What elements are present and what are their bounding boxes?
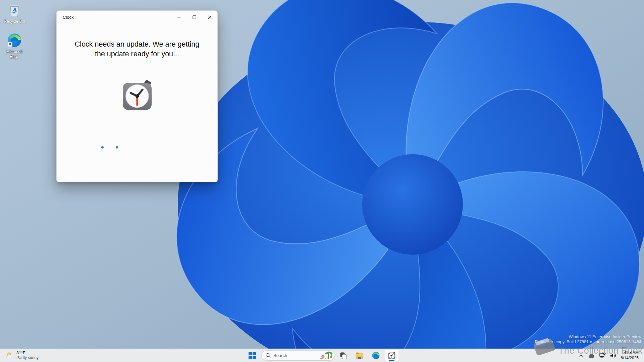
weather-partly-sunny-icon	[5, 351, 14, 360]
recycle-bin-icon	[7, 3, 22, 18]
taskbar-search-box[interactable]	[261, 350, 334, 361]
network-ethernet-icon	[599, 353, 606, 359]
desktop-icon-label: Microsoft Edge	[1, 49, 28, 59]
taskbar-app-task-view[interactable]	[336, 350, 351, 362]
tray-network-button[interactable]	[597, 350, 607, 362]
maximize-icon	[193, 15, 196, 19]
tray-date: 6/14/2025	[621, 356, 639, 361]
taskbar-left: 81°F Partly sunny	[0, 349, 43, 362]
window-title: Clock	[57, 15, 74, 20]
loading-dot	[116, 146, 118, 148]
loading-dot	[101, 146, 104, 148]
desktop-icon-microsoft-edge[interactable]: Microsoft Edge	[1, 32, 28, 59]
search-input[interactable]	[273, 353, 317, 358]
close-icon	[208, 15, 212, 19]
clock-app-window: Clock Clock needs an update. We are gett…	[56, 10, 218, 182]
taskbar-app-microsoft-edge[interactable]	[369, 350, 383, 362]
minimize-icon	[177, 15, 181, 19]
file-explorer-icon	[355, 352, 364, 360]
chevron-up-icon	[579, 354, 584, 358]
clock-app-icon	[119, 78, 155, 115]
weather-text: 81°F Partly sunny	[16, 351, 39, 360]
taskbar-app-file-explorer[interactable]	[353, 350, 367, 362]
edge-icon	[6, 32, 22, 48]
tray-onedrive-button[interactable]	[586, 350, 597, 362]
tray-clock-date[interactable]: 4:58 AM 6/14/2025	[619, 350, 641, 362]
window-titlebar[interactable]: Clock	[57, 11, 217, 23]
windows-start-icon	[249, 352, 256, 359]
speaker-icon	[610, 353, 616, 358]
tray-volume-button[interactable]	[608, 350, 618, 362]
start-button[interactable]	[245, 350, 259, 362]
edge-icon	[372, 351, 380, 360]
weather-condition: Partly sunny	[16, 356, 39, 360]
widgets-weather-button[interactable]: 81°F Partly sunny	[0, 349, 43, 362]
update-message: Clock needs an update. We are getting th…	[70, 40, 204, 59]
minimize-button[interactable]	[171, 11, 186, 23]
tray-show-hidden-icons-button[interactable]	[577, 350, 585, 362]
active-app-indicator	[389, 360, 394, 361]
taskbar-tray: 4:58 AM 6/14/2025	[577, 349, 644, 362]
close-button[interactable]	[202, 11, 217, 23]
search-highlight-image	[320, 351, 333, 360]
maximize-button[interactable]	[186, 11, 202, 23]
desktop-icon-recycle-bin[interactable]: Recycle Bin	[1, 3, 28, 24]
window-controls	[171, 11, 217, 23]
clock-app-icon	[387, 351, 396, 360]
taskbar: 81°F Partly sunny	[0, 349, 644, 362]
search-icon	[266, 353, 271, 358]
tray-time: 4:58 AM	[624, 350, 639, 356]
cloud-icon	[588, 353, 595, 358]
taskbar-app-clock[interactable]	[385, 350, 399, 362]
task-view-icon	[339, 352, 347, 360]
desktop-icon-label: Recycle Bin	[4, 19, 25, 24]
weather-temperature: 81°F	[16, 351, 39, 355]
taskbar-center	[245, 349, 399, 362]
